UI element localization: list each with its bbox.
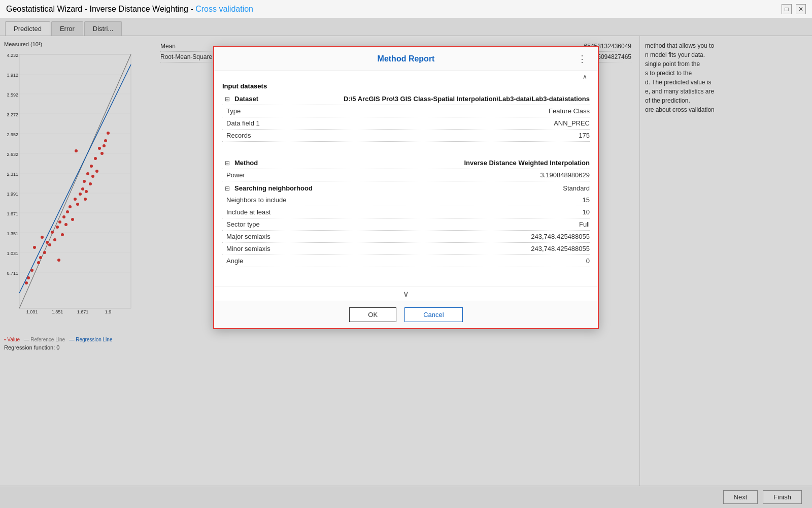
title-bar-text: Geostatistical Wizard - Inverse Distance…: [6, 5, 253, 14]
close-button[interactable]: ✕: [796, 4, 806, 14]
method-section: ⊟ Method Inverse Distance Weighted Inter…: [214, 154, 598, 271]
dataset-datafield-label: Data field 1: [222, 119, 488, 127]
minimize-button[interactable]: □: [782, 4, 792, 14]
main-window: Geostatistical Wizard - Inverse Distance…: [0, 0, 812, 508]
searching-neighborhood-label: Searching neighborhood: [234, 184, 313, 192]
method-power-row: Power 3.190848980629: [222, 169, 590, 181]
minor-semiaxis-label: Minor semiaxis: [222, 245, 488, 252]
angle-label: Angle: [222, 257, 488, 265]
dataset-section-row: ⊟ Dataset D:\5 ArcGIS Pro\3 GIS Class-Sp…: [222, 92, 590, 105]
dataset-collapse-button[interactable]: ⊟: [222, 96, 232, 103]
method-value: Inverse Distance Weighted Interpolation: [464, 159, 590, 167]
method-power-label: Power: [222, 171, 488, 179]
dataset-label: Dataset: [234, 95, 258, 103]
modal-body[interactable]: ∧ Input datasets ⊟ Dataset D:\5 ArcGIS P…: [214, 71, 598, 301]
title-bar: Geostatistical Wizard - Inverse Distance…: [0, 0, 812, 18]
major-semiaxis-value: 243,748.425488055: [488, 233, 590, 240]
cross-validation-text: Cross validation: [195, 5, 253, 13]
include-atleast-value: 10: [488, 208, 590, 216]
dataset-records-value: 175: [488, 132, 590, 139]
modal-header: Method Report ⋮: [214, 47, 598, 71]
collapse-down-icon: ∨: [403, 290, 409, 298]
modal-overlay: Method Report ⋮ ∧ Input datasets ⊟: [0, 18, 812, 508]
dataset-records-row: Records 175: [222, 130, 590, 142]
dataset-records-label: Records: [222, 132, 488, 139]
method-section-row: ⊟ Method Inverse Distance Weighted Inter…: [222, 156, 590, 169]
neighbors-include-label: Neighbors to include: [222, 196, 488, 204]
angle-value: 0: [488, 257, 590, 265]
searching-neighborhood-value: Standard: [488, 184, 590, 192]
modal-menu-button[interactable]: ⋮: [574, 52, 590, 66]
modal-title: Method Report: [238, 54, 574, 64]
major-semiaxis-row: Major semiaxis 243,748.425488055: [222, 231, 590, 243]
input-datasets-heading: Input datasets: [222, 82, 590, 90]
major-semiaxis-label: Major semiaxis: [222, 233, 488, 240]
minor-semiaxis-value: 243,748.425488055: [488, 245, 590, 252]
minor-semiaxis-row: Minor semiaxis 243,748.425488055: [222, 243, 590, 255]
cancel-button[interactable]: Cancel: [404, 307, 462, 322]
dataset-datafield-row: Data field 1 ANN_PREC: [222, 117, 590, 130]
include-atleast-label: Include at least: [222, 208, 488, 216]
dataset-type-label: Type: [222, 107, 488, 115]
modal-footer: OK Cancel: [214, 301, 598, 328]
input-datasets-section: Input datasets ⊟ Dataset D:\5 ArcGIS Pro…: [214, 80, 598, 146]
angle-row: Angle 0: [222, 255, 590, 267]
sector-type-label: Sector type: [222, 220, 488, 228]
title-bar-controls: □ ✕: [782, 4, 806, 14]
method-label: Method: [234, 159, 258, 167]
dataset-type-value: Feature Class: [488, 107, 590, 115]
sector-type-row: Sector type Full: [222, 218, 590, 231]
dataset-type-row: Type Feature Class: [222, 105, 590, 117]
title-text: Geostatistical Wizard - Inverse Distance…: [6, 5, 195, 13]
dataset-value: D:\5 ArcGIS Pro\3 GIS Class-Spatial Inte…: [344, 95, 590, 103]
neighbors-include-value: 15: [488, 196, 590, 204]
content-area: Predicted Error Distri... Measured (10¹)…: [0, 18, 812, 508]
sector-type-value: Full: [488, 220, 590, 228]
searching-neighborhood-collapse-button[interactable]: ⊟: [222, 185, 232, 192]
searching-neighborhood-row: ⊟ Searching neighborhood Standard: [222, 181, 590, 194]
ok-button[interactable]: OK: [349, 307, 396, 322]
include-atleast-row: Include at least 10: [222, 206, 590, 218]
method-report-modal: Method Report ⋮ ∧ Input datasets ⊟: [213, 46, 599, 329]
scroll-down-indicator: ∨: [214, 287, 598, 301]
neighbors-include-row: Neighbors to include 15: [222, 194, 590, 206]
method-collapse-button[interactable]: ⊟: [222, 160, 232, 167]
method-power-value: 3.190848980629: [488, 171, 590, 179]
collapse-up-button[interactable]: ∧: [580, 73, 590, 80]
dataset-datafield-value: ANN_PREC: [488, 119, 590, 127]
